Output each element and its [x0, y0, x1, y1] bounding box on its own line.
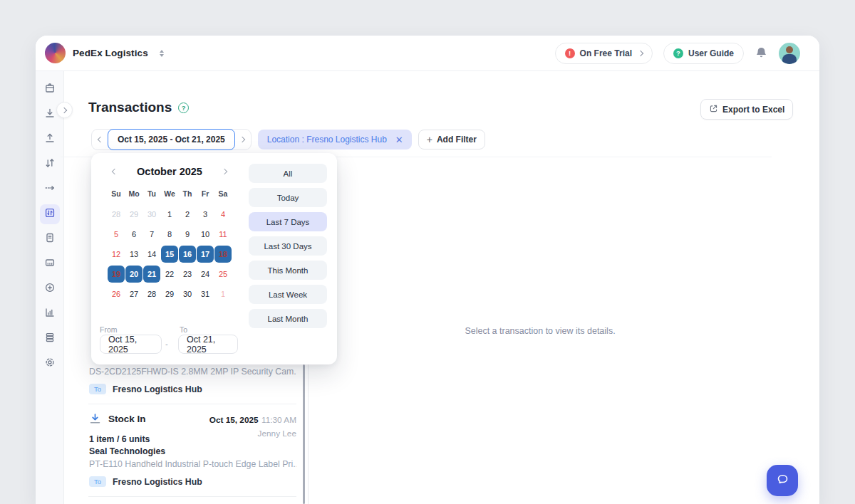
vendor-name: Seal Technologies	[89, 446, 296, 457]
sidebar-item-data-center[interactable]	[40, 329, 60, 349]
list-scrollbar[interactable]	[303, 364, 305, 504]
transaction-row[interactable]: Stock In Oct 15, 2025 11:30 AM Jenny Lee…	[89, 413, 296, 487]
document-icon	[44, 232, 56, 246]
calendar-day[interactable]: 31	[197, 285, 214, 303]
download-icon	[44, 107, 56, 122]
calendar-day[interactable]: 1	[214, 285, 232, 303]
prev-month-button[interactable]	[108, 165, 120, 178]
range-dash: -	[165, 340, 168, 348]
calendar-day[interactable]: 7	[143, 226, 160, 243]
company-name: PedEx Logistics	[73, 48, 148, 58]
calendar-weekdays: SuMoTuWeThFrSa	[108, 189, 232, 199]
next-month-button[interactable]	[219, 165, 232, 178]
quick-filter-last-7-days[interactable]: Last 7 Days	[249, 212, 327, 231]
from-date-input[interactable]: Oct 15, 2025	[100, 335, 162, 354]
calendar-day[interactable]: 25	[214, 266, 232, 283]
arrow-right-icon	[44, 182, 56, 196]
chat-launcher-button[interactable]	[767, 465, 798, 496]
calendar-day[interactable]: 23	[179, 266, 196, 283]
location-filter-chip[interactable]: Location : Fresno Logistics Hub ✕	[258, 130, 412, 149]
to-date-input[interactable]: Oct 21, 2025	[178, 335, 238, 354]
export-to-excel-button[interactable]: Export to Excel	[700, 99, 793, 120]
quick-filters: AllTodayLast 7 DaysLast 30 DaysThis Mont…	[249, 164, 327, 328]
location-name: Fresno Logistics Hub	[113, 477, 202, 487]
calendar-month-label: October 2025	[137, 166, 202, 177]
calendar-day[interactable]: 26	[108, 285, 125, 303]
quick-filter-last-month[interactable]: Last Month	[249, 309, 327, 328]
sidebar-expand-button[interactable]	[56, 102, 73, 118]
quick-filter-last-week[interactable]: Last Week	[249, 285, 327, 304]
calendar-day[interactable]: 30	[143, 206, 160, 223]
sidebar-item-reports[interactable]	[40, 304, 60, 324]
transaction-detail-panel: Select a transaction to view its details…	[309, 157, 772, 504]
calendar-day[interactable]: 6	[125, 226, 142, 243]
quick-filter-all[interactable]: All	[249, 164, 327, 183]
date-picker-popup: October 2025 SuMoTuWeThFrSa 282930123456…	[91, 153, 337, 364]
workspace-dropdown-icon[interactable]	[160, 50, 164, 57]
sidebar-item-inventory[interactable]	[40, 80, 60, 100]
weekday-label: Fr	[197, 189, 214, 199]
quick-filter-last-30-days[interactable]: Last 30 Days	[249, 236, 327, 256]
calendar-day[interactable]: 13	[125, 246, 142, 263]
calendar-day[interactable]: 9	[179, 226, 196, 243]
quick-filter-this-month[interactable]: This Month	[249, 261, 327, 280]
calendar-day[interactable]: 21	[143, 266, 160, 283]
calendar-day[interactable]: 5	[108, 226, 125, 243]
calendar-day[interactable]: 1	[161, 206, 178, 223]
database-icon	[44, 332, 56, 346]
calendar-day[interactable]: 17	[197, 246, 214, 263]
calendar-day[interactable]: 15	[161, 246, 178, 263]
calendar-day[interactable]: 11	[214, 226, 232, 243]
app-window: PedEx Logistics ! On Free Trial ? User G…	[36, 36, 819, 504]
calendar-day[interactable]: 8	[161, 226, 178, 243]
calendar-day[interactable]: 4	[214, 206, 232, 223]
sidebar-item-transactions[interactable]	[40, 204, 60, 224]
weekday-label: Sa	[214, 189, 232, 199]
calendar-day[interactable]: 14	[143, 246, 160, 263]
chevron-right-icon	[638, 50, 643, 56]
calendar-day[interactable]: 19	[108, 266, 125, 283]
calendar-day[interactable]: 12	[108, 246, 125, 263]
calendar-day[interactable]: 22	[161, 266, 178, 283]
sidebar-item-purchase-orders[interactable]	[40, 229, 60, 249]
package-icon	[44, 83, 56, 97]
remove-filter-icon[interactable]: ✕	[394, 135, 405, 145]
next-range-button[interactable]	[235, 130, 251, 149]
product-name: DS-2CD2125FHWD-IS 2.8MM 2MP IP Security …	[89, 366, 296, 377]
prev-range-button[interactable]	[92, 130, 108, 149]
weekday-label: We	[161, 189, 178, 199]
calendar-day[interactable]: 2	[179, 206, 196, 223]
sidebar-item-add-new[interactable]	[40, 279, 60, 299]
sidebar-item-stock-out[interactable]	[40, 130, 60, 149]
date-range-input[interactable]: Oct 15, 2025 - Oct 21, 2025	[108, 129, 235, 150]
calendar-day[interactable]: 20	[125, 266, 142, 283]
user-avatar[interactable]	[779, 43, 800, 64]
calendar-day[interactable]: 10	[197, 226, 214, 243]
calendar-day[interactable]: 3	[197, 206, 214, 223]
export-label: Export to Excel	[722, 105, 784, 115]
calendar-day[interactable]: 24	[197, 266, 214, 283]
free-trial-button[interactable]: ! On Free Trial	[555, 43, 653, 64]
quick-filter-today[interactable]: Today	[249, 188, 327, 207]
workspace-switcher[interactable]: PedEx Logistics	[45, 43, 164, 63]
calendar-day[interactable]: 16	[179, 246, 196, 263]
transaction-row[interactable]: DS-2CD2125FHWD-IS 2.8MM 2MP IP Security …	[89, 366, 296, 394]
notifications-bell-icon[interactable]	[755, 46, 768, 60]
transactions-icon	[44, 207, 56, 221]
sidebar-item-barcode[interactable]	[40, 254, 60, 274]
sidebar-item-move[interactable]	[40, 179, 60, 199]
calendar-day[interactable]: 27	[125, 285, 142, 303]
calendar-day[interactable]: 29	[161, 285, 178, 303]
help-icon[interactable]: ?	[178, 103, 189, 113]
sidebar-item-settings[interactable]	[40, 354, 60, 374]
calendar-day[interactable]: 28	[108, 206, 125, 223]
calendar-day[interactable]: 18	[214, 246, 232, 263]
calendar-day[interactable]: 30	[179, 285, 196, 303]
sidebar-item-adjust[interactable]	[40, 154, 60, 174]
calendar-day[interactable]: 28	[143, 285, 160, 303]
stock-in-icon	[89, 413, 101, 428]
list-divider	[88, 496, 296, 497]
calendar-day[interactable]: 29	[125, 206, 142, 223]
user-guide-button[interactable]: ? User Guide	[663, 43, 744, 64]
add-filter-button[interactable]: + Add Filter	[418, 130, 485, 149]
